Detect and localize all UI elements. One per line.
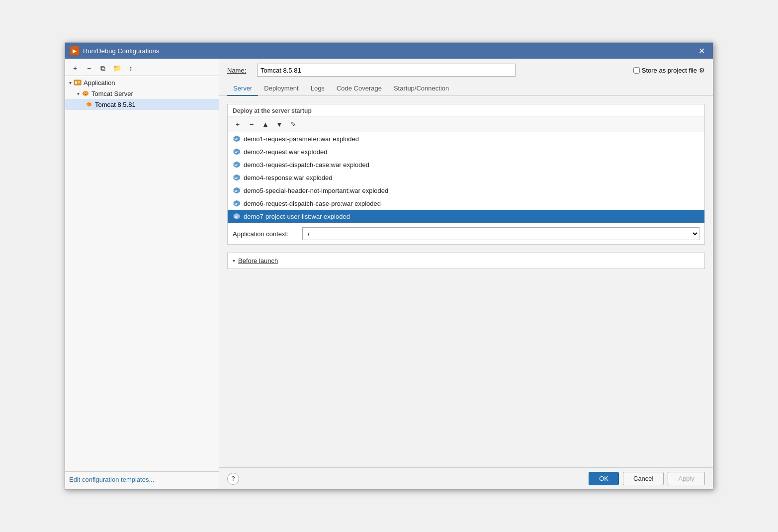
deploy-item-label: demo5-special-header-not-important:war e… [244, 187, 388, 194]
tab-server[interactable]: Server [227, 82, 258, 96]
app-context-row: Application context: / [228, 223, 704, 244]
deploy-item[interactable]: W demo3-request-dispatch-case:war explod… [228, 158, 704, 171]
deploy-section-title: Deploy at the server startup [228, 104, 704, 117]
tab-startup-connection[interactable]: Startup/Connection [388, 82, 455, 96]
apply-button[interactable]: Apply [668, 472, 705, 485]
application-group-icon [74, 79, 82, 87]
tomcat-server-group-icon: 🐱 [82, 89, 89, 97]
tomcat-8581-item[interactable]: T Tomcat 8.5.81 [65, 99, 219, 110]
close-button[interactable]: ✕ [695, 45, 708, 57]
application-group: ▾ Application ▾ 🐱 Tomcat Server [65, 76, 219, 111]
title-bar: ▶ Run/Debug Configurations ✕ [65, 43, 713, 59]
svg-text:W: W [235, 189, 238, 192]
tabs-bar: Server Deployment Logs Code Coverage Sta… [219, 82, 713, 96]
sidebar-toolbar: + − ⧉ 📁 ↕ [65, 61, 219, 76]
deploy-item[interactable]: W demo4-response:war exploded [228, 171, 704, 184]
name-label: Name: [227, 67, 252, 74]
main-content: + − ⧉ 📁 ↕ ▾ Application [65, 59, 713, 489]
cancel-button[interactable]: Cancel [623, 472, 664, 485]
deploy-item-label: demo4-response:war exploded [244, 174, 333, 181]
app-icon: ▶ [70, 46, 79, 55]
svg-text:W: W [235, 138, 238, 141]
svg-rect-3 [78, 83, 80, 83]
deploy-item-label: demo6-request-dispatch-case-pro:war expl… [244, 200, 381, 207]
svg-text:W: W [235, 202, 238, 205]
deploy-item[interactable]: W demo5-special-header-not-important:war… [228, 184, 704, 197]
deploy-item[interactable]: W demo1-request-parameter:war exploded [228, 132, 704, 145]
help-button[interactable]: ? [227, 473, 239, 485]
copy-config-button[interactable]: ⧉ [97, 63, 109, 74]
tab-content: Deploy at the server startup + − ▲ ▼ ✎ W [219, 96, 713, 467]
deploy-edit-button[interactable]: ✎ [287, 119, 299, 130]
name-row: Name: Store as project file ⚙ [219, 59, 713, 82]
store-project-file-label: Store as project file [642, 67, 697, 74]
svg-rect-2 [78, 82, 80, 82]
svg-text:T: T [87, 103, 89, 106]
tomcat-instance-icon: T [85, 100, 93, 108]
before-launch-section: ▾ Before launch [227, 253, 705, 269]
deploy-list: W demo1-request-parameter:war exploded W… [228, 132, 704, 223]
dialog-title: Run/Debug Configurations [83, 47, 159, 55]
deploy-down-button[interactable]: ▼ [273, 119, 285, 130]
right-panel: Name: Store as project file ⚙ Server Dep… [219, 59, 713, 489]
app-context-label: Application context: [233, 230, 297, 238]
deploy-item[interactable]: W demo2-request:war exploded [228, 145, 704, 158]
application-group-label: Application [84, 79, 115, 87]
war-icon: W [233, 148, 241, 156]
remove-config-button[interactable]: − [83, 63, 95, 74]
svg-text:W: W [235, 177, 238, 179]
tab-logs[interactable]: Logs [305, 82, 331, 96]
add-config-button[interactable]: + [69, 63, 81, 74]
tomcat-server-group: ▾ 🐱 Tomcat Server T Tomcat 8.5.81 [65, 88, 219, 110]
tomcat-server-label: Tomcat Server [91, 90, 133, 97]
svg-rect-1 [75, 82, 77, 84]
svg-text:W: W [235, 151, 238, 154]
tomcat-instance-label: Tomcat 8.5.81 [95, 101, 136, 108]
deploy-item-label: demo2-request:war exploded [244, 148, 327, 156]
deploy-item[interactable]: W demo6-request-dispatch-case-pro:war ex… [228, 197, 704, 210]
svg-text:🐱: 🐱 [84, 91, 88, 96]
before-launch-header[interactable]: ▾ Before launch [228, 253, 704, 268]
war-icon: W [233, 135, 241, 143]
run-debug-dialog: ▶ Run/Debug Configurations ✕ + − ⧉ 📁 ↕ ▾ [65, 42, 713, 490]
svg-text:W: W [235, 164, 238, 167]
deploy-add-button[interactable]: + [232, 119, 244, 130]
store-project-file-checkbox[interactable] [633, 67, 640, 74]
sidebar: + − ⧉ 📁 ↕ ▾ Application [65, 59, 219, 489]
edit-templates-link[interactable]: Edit configuration templates... [69, 476, 154, 483]
deploy-item-selected-label: demo7-project-user-list:war exploded [244, 213, 350, 220]
deploy-item-label: demo3-request-dispatch-case:war exploded [244, 161, 369, 169]
svg-text:W: W [235, 215, 238, 218]
sidebar-items: ▾ Application ▾ 🐱 Tomcat Server [65, 76, 219, 471]
war-selected-icon: W [233, 212, 241, 220]
ok-button[interactable]: OK [589, 472, 619, 485]
sort-config-button[interactable]: ↕ [125, 63, 137, 74]
gear-icon[interactable]: ⚙ [699, 67, 705, 74]
before-launch-label: Before launch [238, 257, 278, 265]
folder-config-button[interactable]: 📁 [111, 63, 123, 74]
bottom-bar: ? OK Cancel Apply [219, 467, 713, 489]
war-icon: W [233, 199, 241, 207]
deploy-up-button[interactable]: ▲ [259, 119, 271, 130]
tomcat-server-chevron-icon: ▾ [77, 91, 80, 96]
name-input[interactable] [257, 64, 516, 77]
war-icon: W [233, 186, 241, 194]
app-context-select[interactable]: / [302, 227, 699, 240]
tomcat-server-group-header[interactable]: ▾ 🐱 Tomcat Server [65, 88, 219, 99]
war-icon: W [233, 161, 241, 169]
deploy-item-label: demo1-request-parameter:war exploded [244, 135, 359, 143]
deploy-toolbar: + − ▲ ▼ ✎ [228, 117, 704, 132]
war-icon: W [233, 174, 241, 181]
application-group-header[interactable]: ▾ Application [65, 77, 219, 88]
deploy-remove-button[interactable]: − [246, 119, 258, 130]
deploy-item-selected[interactable]: W demo7-project-user-list:war exploded [228, 210, 704, 223]
tab-code-coverage[interactable]: Code Coverage [331, 82, 388, 96]
application-chevron-icon: ▾ [69, 80, 72, 86]
tab-deployment[interactable]: Deployment [258, 82, 304, 96]
before-launch-chevron-icon: ▾ [233, 258, 235, 264]
deploy-section: Deploy at the server startup + − ▲ ▼ ✎ W [227, 104, 705, 245]
